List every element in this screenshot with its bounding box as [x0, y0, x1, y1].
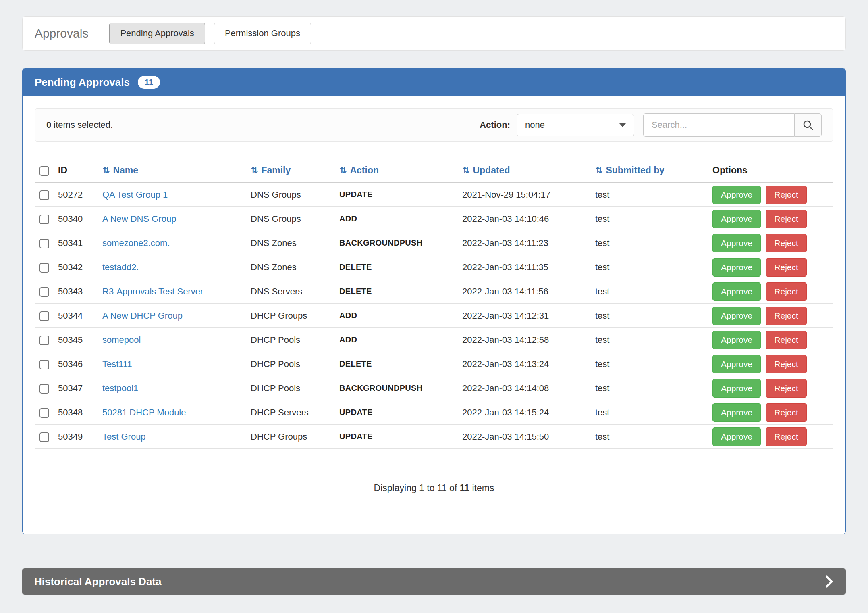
row-updated: 2022-Jan-03 14:12:58: [462, 328, 595, 352]
reject-button[interactable]: Reject: [766, 306, 807, 325]
row-checkbox[interactable]: [39, 384, 49, 394]
row-name-link[interactable]: testpool1: [102, 383, 138, 393]
approve-button[interactable]: Approve: [712, 331, 761, 349]
column-header-family[interactable]: ⇅Family: [251, 158, 339, 183]
row-name-link[interactable]: somepool: [102, 335, 141, 345]
select-all-checkbox[interactable]: [39, 166, 49, 176]
approve-button[interactable]: Approve: [712, 282, 761, 301]
reject-button[interactable]: Reject: [766, 258, 807, 277]
row-action: ADD: [339, 207, 462, 231]
pagination-prefix: Displaying 1 to 11 of: [374, 483, 460, 493]
reject-button[interactable]: Reject: [766, 331, 807, 349]
approve-button[interactable]: Approve: [712, 234, 761, 252]
reject-button[interactable]: Reject: [766, 210, 807, 228]
row-id: 50341: [58, 231, 102, 255]
row-checkbox[interactable]: [39, 190, 49, 200]
approve-button[interactable]: Approve: [712, 210, 761, 228]
approvals-table-wrap: ID ⇅Name ⇅Family ⇅Action ⇅Updated ⇅Submi…: [35, 158, 833, 494]
reject-button[interactable]: Reject: [766, 379, 807, 398]
reject-button[interactable]: Reject: [766, 355, 807, 373]
selected-count: 0: [46, 120, 51, 130]
row-submitted-by: test: [595, 400, 712, 425]
pagination-suffix: items: [469, 483, 494, 493]
row-name-link[interactable]: somezone2.com.: [102, 238, 170, 248]
table-row: 50344 A New DHCP Group DHCP Groups ADD 2…: [35, 304, 833, 328]
column-header-id: ID: [58, 158, 102, 183]
selected-label: items selected.: [51, 120, 113, 130]
row-id: 50343: [58, 279, 102, 304]
approve-button[interactable]: Approve: [712, 258, 761, 277]
table-row: 50340 A New DNS Group DNS Groups ADD 202…: [35, 207, 833, 231]
chevron-down-icon: [619, 123, 626, 127]
column-header-submitted-by[interactable]: ⇅Submitted by: [595, 158, 712, 183]
row-family: DHCP Pools: [251, 376, 339, 400]
row-family: DHCP Groups: [251, 425, 339, 449]
row-action: DELETE: [339, 255, 462, 279]
row-name-link[interactable]: A New DHCP Group: [102, 311, 183, 321]
row-submitted-by: test: [595, 279, 712, 304]
row-name-link[interactable]: A New DNS Group: [102, 214, 176, 224]
row-action: ADD: [339, 304, 462, 328]
approve-button[interactable]: Approve: [712, 379, 761, 398]
row-action: DELETE: [339, 352, 462, 376]
column-header-name-label: Name: [113, 165, 138, 175]
row-submitted-by: test: [595, 207, 712, 231]
column-header-options: Options: [712, 158, 833, 183]
reject-button[interactable]: Reject: [766, 234, 807, 252]
tab-permission-groups[interactable]: Permission Groups: [214, 23, 311, 44]
row-id: 50346: [58, 352, 102, 376]
row-checkbox[interactable]: [39, 432, 49, 442]
approve-button[interactable]: Approve: [712, 355, 761, 373]
column-header-name[interactable]: ⇅Name: [102, 158, 251, 183]
reject-button[interactable]: Reject: [766, 403, 807, 422]
table-toolbar: 0 items selected. Action: none: [35, 108, 833, 142]
row-checkbox[interactable]: [39, 336, 49, 345]
row-checkbox[interactable]: [39, 311, 49, 321]
row-name-link[interactable]: 50281 DHCP Module: [102, 407, 186, 417]
pagination-count: 11: [460, 483, 469, 493]
tab-pending-approvals[interactable]: Pending Approvals: [109, 23, 205, 44]
row-action: UPDATE: [339, 400, 462, 425]
row-submitted-by: test: [595, 376, 712, 400]
search-input[interactable]: [643, 113, 794, 137]
reject-button[interactable]: Reject: [766, 282, 807, 301]
row-family: DHCP Servers: [251, 400, 339, 425]
approve-button[interactable]: Approve: [712, 306, 761, 325]
row-checkbox[interactable]: [39, 215, 49, 224]
approve-button[interactable]: Approve: [712, 403, 761, 422]
action-select[interactable]: none: [517, 114, 634, 136]
historical-approvals-bar[interactable]: Historical Approvals Data: [22, 568, 846, 595]
row-name-link[interactable]: R3-Approvals Test Server: [102, 286, 203, 296]
row-checkbox[interactable]: [39, 263, 49, 273]
selected-items-status: 0 items selected.: [46, 120, 113, 130]
column-header-updated[interactable]: ⇅Updated: [462, 158, 595, 183]
row-id: 50349: [58, 425, 102, 449]
page-title: Approvals: [35, 27, 88, 40]
reject-button[interactable]: Reject: [766, 427, 807, 446]
row-name-link[interactable]: Test111: [102, 359, 132, 369]
table-body: 50272 QA Test Group 1 DNS Groups UPDATE …: [35, 183, 833, 449]
row-updated: 2022-Jan-03 14:15:24: [462, 400, 595, 425]
row-submitted-by: test: [595, 304, 712, 328]
sort-icon: ⇅: [339, 165, 347, 175]
reject-button[interactable]: Reject: [766, 186, 807, 204]
table-row: 50272 QA Test Group 1 DNS Groups UPDATE …: [35, 183, 833, 207]
row-checkbox[interactable]: [39, 239, 49, 248]
row-updated: 2022-Jan-03 14:11:23: [462, 231, 595, 255]
sort-icon: ⇅: [595, 165, 602, 175]
sort-icon: ⇅: [102, 165, 110, 175]
column-header-action[interactable]: ⇅Action: [339, 158, 462, 183]
row-checkbox[interactable]: [39, 360, 49, 369]
row-checkbox[interactable]: [39, 408, 49, 418]
row-checkbox[interactable]: [39, 287, 49, 297]
table-row: 50342 testadd2. DNS Zones DELETE 2022-Ja…: [35, 255, 833, 279]
row-name-link[interactable]: Test Group: [102, 432, 146, 442]
panel-title: Pending Approvals: [35, 76, 130, 89]
approve-button[interactable]: Approve: [712, 427, 761, 446]
row-name-link[interactable]: QA Test Group 1: [102, 190, 168, 200]
search-button[interactable]: [794, 113, 822, 137]
sort-icon: ⇅: [462, 165, 469, 175]
table-row: 50347 testpool1 DHCP Pools BACKGROUNDPUS…: [35, 376, 833, 400]
approve-button[interactable]: Approve: [712, 186, 761, 204]
row-name-link[interactable]: testadd2.: [102, 262, 139, 272]
